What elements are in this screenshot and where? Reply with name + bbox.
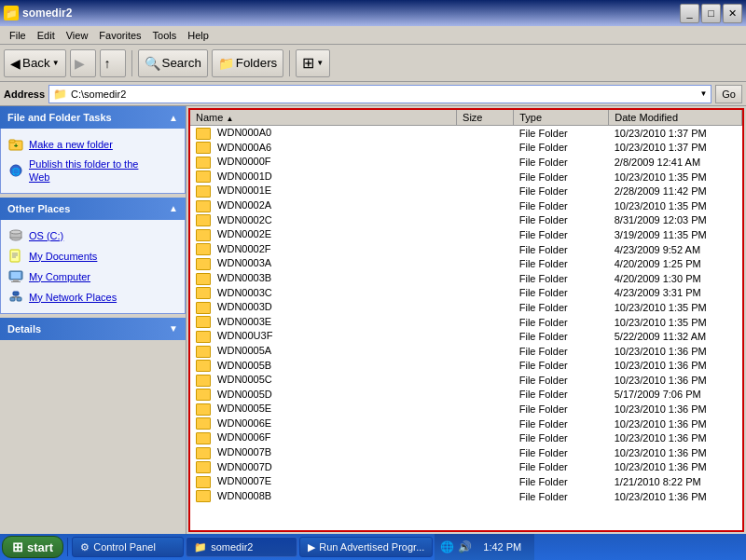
details-header[interactable]: Details ▼ <box>0 318 186 340</box>
table-row[interactable]: WDN0003C File Folder 4/23/2009 3:31 PM <box>190 286 742 301</box>
table-row[interactable]: WDN0005C File Folder 10/23/2010 1:36 PM <box>190 373 742 388</box>
file-size <box>457 141 514 156</box>
file-name: WDN0000F <box>217 156 270 167</box>
table-row[interactable]: WDN0008B File Folder 10/23/2010 1:36 PM <box>190 489 742 504</box>
column-size[interactable]: Size <box>457 110 514 126</box>
file-name: WDN0008B <box>217 490 271 501</box>
start-button[interactable]: ⊞ start <box>2 536 63 558</box>
taskbar-item-somedir2[interactable]: 📁 somedir2 <box>186 537 297 557</box>
table-row[interactable]: WDN0003B File Folder 4/20/2009 1:30 PM <box>190 271 742 286</box>
other-places-content: OS (C:) My Documents My Computer <box>0 220 186 314</box>
file-name: WDN000A6 <box>217 142 271 153</box>
folder-taskbar-icon: 📁 <box>194 541 207 553</box>
table-row[interactable]: WDN000A0 File Folder 10/23/2010 1:37 PM <box>190 126 742 141</box>
address-field[interactable]: 📁 C:\somedir2 ▼ <box>48 85 711 103</box>
table-row[interactable]: WDN0002C File Folder 8/31/2009 12:03 PM <box>190 213 742 228</box>
table-row[interactable]: WDN0007B File Folder 10/23/2010 1:36 PM <box>190 445 742 460</box>
file-name: WDN0001D <box>217 171 272 182</box>
file-table: Name ▲ Size Type Date Modified WDN000A0 … <box>190 110 742 503</box>
other-places-header[interactable]: Other Places ▲ <box>0 198 186 220</box>
folder-icon <box>196 447 211 459</box>
menu-favorites[interactable]: Favorites <box>93 28 146 43</box>
svg-rect-18 <box>13 292 19 295</box>
file-scroll[interactable]: Name ▲ Size Type Date Modified WDN000A0 … <box>190 110 742 530</box>
my-computer-link[interactable]: My Computer <box>8 266 177 287</box>
my-documents-icon <box>8 249 23 264</box>
menu-help[interactable]: Help <box>182 28 214 43</box>
file-date: 4/23/2009 9:52 AM <box>609 242 742 257</box>
publish-folder-link[interactable]: 🌐 Publish this folder to the Web <box>8 155 177 187</box>
table-row[interactable]: WDN0002E File Folder 3/19/2009 11:35 PM <box>190 227 742 242</box>
my-network-places-label: My Network Places <box>29 292 117 303</box>
search-button[interactable]: 🔍 Search <box>138 49 208 77</box>
my-documents-link[interactable]: My Documents <box>8 246 177 266</box>
file-date: 10/23/2010 1:36 PM <box>609 344 742 359</box>
back-arrow-icon: ◀ <box>10 56 21 71</box>
column-type[interactable]: Type <box>514 110 609 126</box>
table-row[interactable]: WDN0007E File Folder 1/21/2010 8:22 PM <box>190 474 742 489</box>
table-row[interactable]: WDN0003E File Folder 10/23/2010 1:35 PM <box>190 315 742 330</box>
go-button[interactable]: Go <box>715 85 742 103</box>
folders-button[interactable]: 📁 Folders <box>212 49 283 77</box>
menu-file[interactable]: File <box>4 28 32 43</box>
folders-label: Folders <box>236 56 277 70</box>
file-list-area: Name ▲ Size Type Date Modified WDN000A0 … <box>188 108 744 532</box>
menu-edit[interactable]: Edit <box>32 28 61 43</box>
taskbar-item-run-advertised[interactable]: ▶ Run Advertised Progr... <box>299 537 433 557</box>
drive-icon <box>8 228 23 243</box>
menu-view[interactable]: View <box>61 28 94 43</box>
os-drive-link[interactable]: OS (C:) <box>8 225 177 246</box>
table-row[interactable]: WDN0005D File Folder 5/17/2009 7:06 PM <box>190 388 742 403</box>
table-row[interactable]: WDN0006E File Folder 10/23/2010 1:36 PM <box>190 417 742 431</box>
table-row[interactable]: WDN0005A File Folder 10/23/2010 1:36 PM <box>190 344 742 359</box>
column-date[interactable]: Date Modified <box>609 110 742 126</box>
column-name[interactable]: Name ▲ <box>190 110 457 126</box>
window-icon: 📁 <box>4 6 19 20</box>
table-row[interactable]: WDN0005B File Folder 10/23/2010 1:36 PM <box>190 359 742 374</box>
table-row[interactable]: WDN000A6 File Folder 10/23/2010 1:37 PM <box>190 141 742 156</box>
table-row[interactable]: WDN0001D File Folder 10/23/2010 1:35 PM <box>190 170 742 184</box>
my-network-places-link[interactable]: My Network Places <box>8 287 177 307</box>
views-button[interactable]: ⊞ ▼ <box>296 49 330 77</box>
menu-tools[interactable]: Tools <box>147 28 183 43</box>
file-date: 10/23/2010 1:35 PM <box>609 198 742 213</box>
file-type: File Folder <box>514 445 609 460</box>
make-new-folder-link[interactable]: + Make a new folder <box>8 134 177 155</box>
folder-icon <box>196 200 211 212</box>
table-row[interactable]: WDN0003D File Folder 10/23/2010 1:35 PM <box>190 300 742 315</box>
file-date: 10/23/2010 1:36 PM <box>609 402 742 417</box>
left-panel: File and Folder Tasks ▲ + Make a new fol… <box>0 106 186 534</box>
back-button[interactable]: ◀ Back ▼ <box>4 49 66 77</box>
file-type: File Folder <box>514 430 609 445</box>
up-button[interactable]: ↑ <box>100 49 126 77</box>
file-date: 8/31/2009 12:03 PM <box>609 213 742 228</box>
toolbar-separator-1 <box>131 50 132 76</box>
run-label: Run Advertised Progr... <box>319 541 424 553</box>
file-type: File Folder <box>514 388 609 403</box>
table-row[interactable]: WDN0000F File Folder 2/8/2009 12:41 AM <box>190 155 742 170</box>
table-row[interactable]: WDN0002F File Folder 4/23/2009 9:52 AM <box>190 242 742 257</box>
taskbar-item-control-panel[interactable]: ⚙ Control Panel <box>72 537 184 557</box>
table-row[interactable]: WDN0001E File Folder 2/28/2009 11:42 PM <box>190 184 742 198</box>
table-row[interactable]: WDN0003A File Folder 4/20/2009 1:25 PM <box>190 256 742 271</box>
file-size <box>457 155 514 170</box>
windows-logo: ⊞ <box>12 540 23 554</box>
table-row[interactable]: WDN0005E File Folder 10/23/2010 1:36 PM <box>190 402 742 417</box>
address-dropdown-icon[interactable]: ▼ <box>699 89 707 98</box>
table-row[interactable]: WDN0006F File Folder 10/23/2010 1:36 PM <box>190 430 742 445</box>
file-name: WDN0002C <box>217 214 272 225</box>
my-computer-icon <box>8 269 23 284</box>
table-row[interactable]: WDN0002A File Folder 10/23/2010 1:35 PM <box>190 198 742 213</box>
table-row[interactable]: WDN0007D File Folder 10/23/2010 1:36 PM <box>190 460 742 475</box>
folder-icon <box>196 360 211 372</box>
maximize-button[interactable]: □ <box>701 4 721 23</box>
folder-icon <box>196 157 211 169</box>
forward-arrow-icon: ▶ <box>75 56 85 71</box>
table-row[interactable]: WDN00U3F File Folder 5/22/2009 11:32 AM <box>190 329 742 344</box>
file-size <box>457 242 514 257</box>
file-folder-tasks-header[interactable]: File and Folder Tasks ▲ <box>0 106 186 129</box>
forward-button[interactable]: ▶ <box>70 49 96 77</box>
close-button[interactable]: ✕ <box>723 4 742 23</box>
window: 📁 somedir2 _ □ ✕ File Edit View Favorite… <box>0 0 746 534</box>
minimize-button[interactable]: _ <box>680 4 699 23</box>
